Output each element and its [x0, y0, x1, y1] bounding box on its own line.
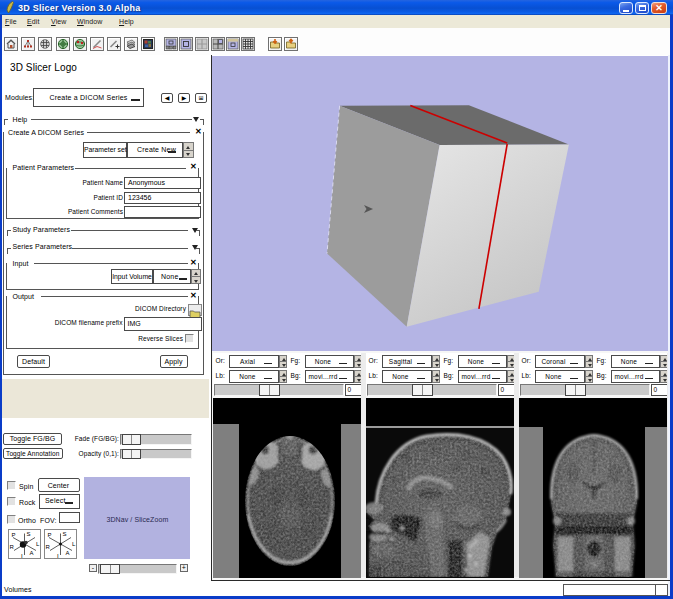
svg-text:L: L — [36, 541, 40, 547]
svg-text:L: L — [72, 541, 76, 547]
svg-text:A: A — [29, 549, 33, 555]
svg-text:P: P — [11, 532, 15, 538]
svg-text:S: S — [62, 531, 66, 537]
svg-text:I: I — [57, 552, 59, 558]
svg-text:I: I — [21, 552, 23, 558]
svg-text:R: R — [9, 543, 14, 549]
svg-text:A: A — [65, 549, 69, 555]
svg-text:S: S — [26, 531, 30, 537]
svg-text:P: P — [47, 532, 51, 538]
svg-text:R: R — [45, 543, 50, 549]
